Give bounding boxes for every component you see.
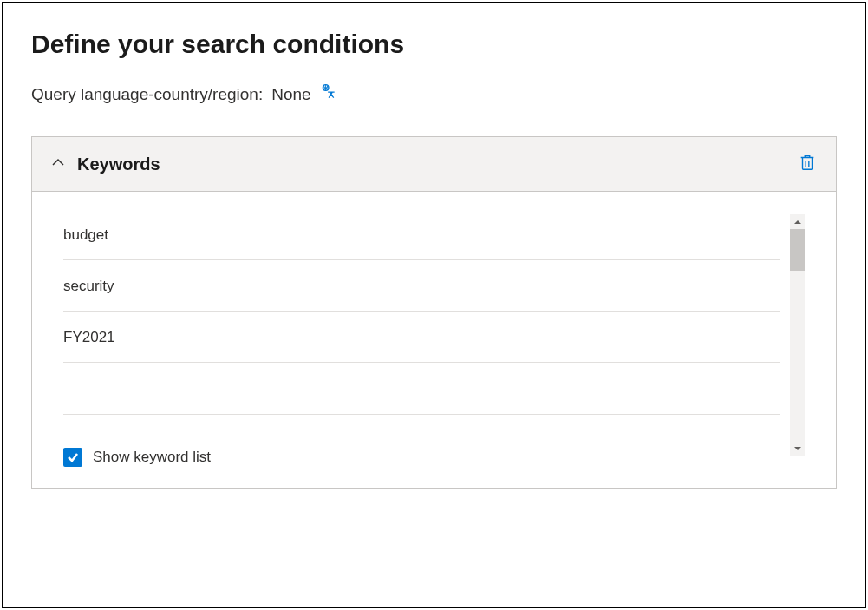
keyword-item[interactable]: budget bbox=[63, 209, 780, 260]
show-keyword-list-checkbox[interactable] bbox=[63, 448, 82, 467]
keyword-list: budget security FY2021 bbox=[63, 209, 780, 415]
query-language-row: Query language-country/region: None bbox=[31, 83, 837, 105]
scroll-down-arrow-icon[interactable] bbox=[790, 441, 805, 456]
page-title: Define your search conditions bbox=[31, 30, 837, 59]
page-frame: Define your search conditions Query lang… bbox=[2, 2, 866, 608]
show-keyword-list-label: Show keyword list bbox=[93, 449, 211, 466]
keywords-card-body: budget security FY2021 bbox=[32, 192, 836, 488]
scroll-thumb[interactable] bbox=[790, 229, 805, 271]
keyword-item[interactable]: security bbox=[63, 260, 780, 312]
query-language-label: Query language-country/region: bbox=[31, 85, 263, 104]
keywords-card: Keywords budget security FY2021 bbox=[31, 136, 837, 489]
show-keyword-list-option[interactable]: Show keyword list bbox=[63, 448, 805, 467]
scroll-up-arrow-icon[interactable] bbox=[790, 214, 805, 229]
keywords-card-header[interactable]: Keywords bbox=[32, 137, 836, 192]
translate-icon[interactable] bbox=[320, 83, 337, 105]
keyword-item-empty[interactable] bbox=[63, 363, 780, 415]
chevron-up-icon bbox=[51, 155, 65, 173]
delete-icon[interactable] bbox=[798, 153, 817, 175]
scrollbar[interactable] bbox=[790, 214, 805, 456]
query-language-value: None bbox=[271, 85, 310, 104]
keywords-card-title: Keywords bbox=[77, 154, 786, 174]
keyword-item[interactable]: FY2021 bbox=[63, 312, 780, 363]
